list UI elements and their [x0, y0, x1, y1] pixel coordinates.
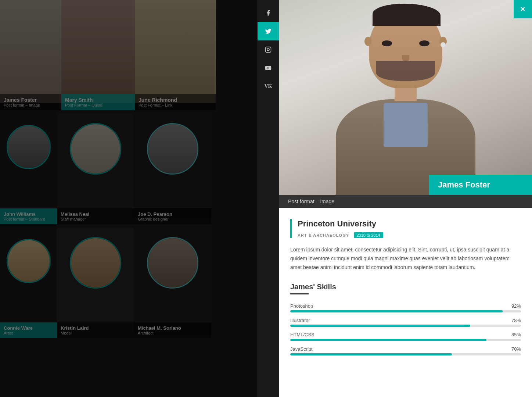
detail-panel: ×	[279, 0, 532, 397]
skills-underline	[290, 293, 309, 294]
close-button[interactable]: ×	[514, 0, 532, 18]
skill-bar-fill-illustrator	[290, 325, 470, 327]
detail-photo: James Foster	[279, 0, 532, 195]
skill-bar-fill-js	[290, 353, 452, 355]
skill-pct-photoshop: 92%	[511, 303, 521, 309]
detail-bio: Lorem ipsum dolor sit amet, consectetur …	[290, 246, 521, 272]
skill-bar-bg-illustrator	[290, 325, 521, 327]
skill-name-html: HTML/CSS	[290, 332, 314, 337]
post-format-bar: Post format – Image	[279, 195, 532, 208]
skill-name-illustrator: Illustrator	[290, 318, 310, 323]
svg-rect-0	[266, 47, 271, 53]
background-overlay	[0, 0, 257, 397]
detail-content: Princeton University ART & ARCHAEOLOGY 2…	[279, 208, 532, 375]
years-badge: 2010 to 2014	[354, 232, 383, 238]
twitter-icon[interactable]	[258, 22, 279, 40]
skill-pct-js: 70%	[511, 346, 521, 352]
skill-pct-illustrator: 78%	[511, 318, 521, 323]
detail-name: James Foster	[438, 180, 523, 190]
skill-bar-fill-photoshop	[290, 310, 503, 312]
skill-bar-fill-html	[290, 339, 486, 341]
department-name: ART & ARCHAEOLOGY	[298, 233, 349, 237]
skill-row-html: HTML/CSS 85%	[290, 332, 521, 341]
post-format-text: Post format – Image	[288, 198, 334, 204]
skill-bar-bg-html	[290, 339, 521, 341]
instagram-icon[interactable]	[258, 40, 279, 59]
skill-name-photoshop: Photoshop	[290, 303, 313, 309]
skill-row-js: JavaScript 70%	[290, 346, 521, 355]
skills-title: James' Skills	[290, 283, 521, 291]
skill-bar-bg-photoshop	[290, 310, 521, 312]
social-sidebar: VK	[257, 0, 279, 397]
skill-row-photoshop: Photoshop 92%	[290, 303, 521, 312]
skill-pct-html: 85%	[511, 332, 521, 337]
skills-section: James' Skills Photoshop 92% Illustrator …	[290, 283, 521, 355]
youtube-icon[interactable]	[258, 59, 279, 77]
svg-point-1	[267, 49, 269, 51]
university-name: Princeton University	[298, 219, 521, 229]
detail-name-bar: James Foster	[429, 175, 532, 195]
university-section: Princeton University ART & ARCHAEOLOGY 2…	[290, 219, 521, 238]
skill-row-illustrator: Illustrator 78%	[290, 318, 521, 327]
skill-bar-bg-js	[290, 353, 521, 355]
vk-icon[interactable]: VK	[258, 77, 279, 96]
svg-point-2	[269, 48, 270, 49]
facebook-icon[interactable]	[258, 4, 279, 22]
close-icon: ×	[521, 4, 525, 14]
department-info: ART & ARCHAEOLOGY 2010 to 2014	[298, 232, 521, 238]
skill-name-js: JavaScript	[290, 346, 313, 352]
